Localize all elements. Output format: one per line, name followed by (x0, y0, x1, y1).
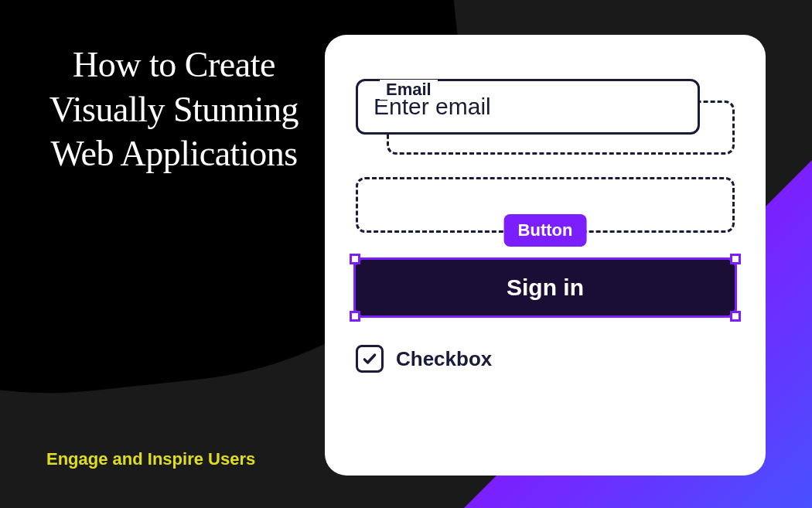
left-text-block: How to Create Visually Stunning Web Appl… (39, 43, 309, 176)
dashed-placeholder-box-2: Button (356, 177, 735, 233)
tagline-text: Engage and Inspire Users (46, 449, 255, 469)
signin-button-label: Sign in (507, 274, 584, 301)
main-heading: How to Create Visually Stunning Web Appl… (39, 43, 309, 176)
selection-handle-icon[interactable] (350, 254, 360, 264)
selection-handle-icon[interactable] (350, 311, 360, 322)
checkbox-label: Checkbox (396, 347, 492, 371)
email-input[interactable]: Email Enter email (356, 79, 700, 135)
checkbox-input[interactable] (356, 345, 384, 373)
selection-handle-icon[interactable] (730, 254, 741, 264)
signin-button[interactable]: Sign in (356, 260, 735, 315)
email-field-group: Email Enter email (356, 79, 735, 135)
button-tag-label: Button (504, 214, 587, 247)
form-card: Email Enter email Button Sign in Checkbo… (325, 35, 766, 476)
checkmark-icon (362, 351, 377, 367)
selection-handle-icon[interactable] (730, 311, 741, 322)
signin-button-container: Sign in (356, 260, 735, 315)
email-label: Email (380, 80, 438, 100)
checkbox-row: Checkbox (356, 345, 735, 373)
